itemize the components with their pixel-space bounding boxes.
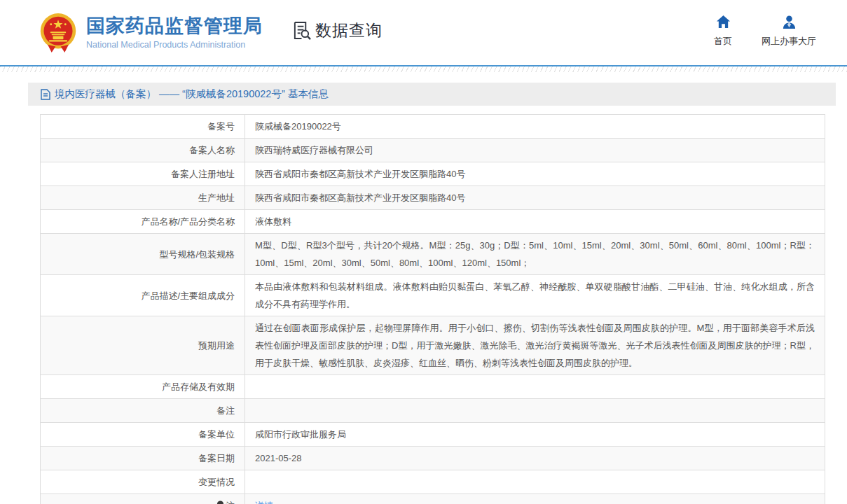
row-label: 产品名称/产品分类名称 xyxy=(41,210,245,234)
row-label: 备案日期 xyxy=(41,447,245,470)
device-info-table: 备案号陕咸械备20190022号 备案人名称陕西瑞特威医疗器械有限公司 备案人注… xyxy=(40,114,825,504)
header-hatch-band xyxy=(0,66,847,72)
document-icon xyxy=(41,89,50,100)
row-value xyxy=(245,375,825,399)
row-label: 注 xyxy=(41,494,245,504)
row-value: 通过在创面表面形成保护层，起物理屏障作用。用于小创口、擦伤、切割伤等浅表性创面及… xyxy=(245,316,825,375)
table-row: 预期用途通过在创面表面形成保护层，起物理屏障作用。用于小创口、擦伤、切割伤等浅表… xyxy=(41,316,825,375)
org-name-en: National Medical Products Administration xyxy=(86,40,263,50)
row-label: 产品描述/主要组成成分 xyxy=(41,275,245,316)
nav-home-label: 首页 xyxy=(714,35,732,48)
row-value: 陕咸械备20190022号 xyxy=(245,115,825,139)
user-icon xyxy=(782,15,797,29)
row-value: 本品由液体敷料和包装材料组成。液体敷料由贻贝黏蛋白、苯氧乙醇、神经酰胺、单双硬脂… xyxy=(245,275,825,316)
row-label: 产品存储及有效期 xyxy=(41,375,245,399)
table-row: 备案人名称陕西瑞特威医疗器械有限公司 xyxy=(41,139,825,162)
nav-service-hall-label: 网上办事大厅 xyxy=(762,35,816,48)
table-row: 生产地址陕西省咸阳市秦都区高新技术产业开发区胭脂路40号 xyxy=(41,186,825,210)
row-label: 备注 xyxy=(41,399,245,423)
table-row: 备注 xyxy=(41,399,825,423)
row-value: 咸阳市行政审批服务局 xyxy=(245,423,825,447)
row-value xyxy=(245,399,825,423)
content-container: 境内医疗器械（备案） —— “陕咸械备20190022号” 基本信息 备案号陕咸… xyxy=(28,83,836,504)
row-label: 备案人名称 xyxy=(41,139,245,162)
row-value: 陕西省咸阳市秦都区高新技术产业开发区胭脂路40号 xyxy=(245,162,825,186)
row-value: 详情 xyxy=(245,494,825,504)
table-row: 备案号陕咸械备20190022号 xyxy=(41,115,825,139)
nav-home[interactable]: 首页 xyxy=(714,15,732,48)
row-label: 备案单位 xyxy=(41,423,245,447)
row-label: 备案人注册地址 xyxy=(41,162,245,186)
note-label: 注 xyxy=(226,500,235,504)
org-name-cn: 国家药品监督管理局 xyxy=(86,15,263,37)
info-table-wrap: 备案号陕咸械备20190022号 备案人名称陕西瑞特威医疗器械有限公司 备案人注… xyxy=(28,106,836,504)
table-row: 备案人注册地址陕西省咸阳市秦都区高新技术产业开发区胭脂路40号 xyxy=(41,162,825,186)
result-title-bar: 境内医疗器械（备案） —— “陕咸械备20190022号” 基本信息 xyxy=(28,83,836,106)
row-label: 变更情况 xyxy=(41,470,245,494)
data-query-label: 数据查询 xyxy=(315,20,383,41)
row-label: 型号规格/包装规格 xyxy=(41,234,245,275)
table-row: 备案单位咸阳市行政审批服务局 xyxy=(41,423,825,447)
home-icon xyxy=(716,15,731,29)
header-nav: 首页 网上办事大厅 xyxy=(714,15,816,48)
site-header: 国家药品监督管理局 National Medical Products Admi… xyxy=(0,0,847,65)
table-row: 产品存储及有效期 xyxy=(41,375,825,399)
row-label: 备案号 xyxy=(41,115,245,139)
national-emblem-icon xyxy=(39,12,78,54)
table-row: 产品描述/主要组成成分本品由液体敷料和包装材料组成。液体敷料由贻贝黏蛋白、苯氧乙… xyxy=(41,275,825,316)
row-value xyxy=(245,470,825,494)
row-value: 陕西瑞特威医疗器械有限公司 xyxy=(245,139,825,162)
row-value: 陕西省咸阳市秦都区高新技术产业开发区胭脂路40号 xyxy=(245,186,825,210)
pin-icon xyxy=(216,500,224,504)
table-row: 变更情况 xyxy=(41,470,825,494)
nav-service-hall[interactable]: 网上办事大厅 xyxy=(762,15,816,48)
page-title: 境内医疗器械（备案） —— “陕咸械备20190022号” 基本信息 xyxy=(55,88,329,101)
row-value: 2021-05-28 xyxy=(245,447,825,470)
data-query-link[interactable]: 数据查询 xyxy=(292,20,383,41)
brand-text: 国家药品监督管理局 National Medical Products Admi… xyxy=(86,15,263,49)
table-row: 备案日期2021-05-28 xyxy=(41,447,825,470)
table-row: 型号规格/包装规格M型、D型、R型3个型号，共计20个规格。M型：25g、30g… xyxy=(41,234,825,275)
row-value: 液体敷料 xyxy=(245,210,825,234)
row-label: 生产地址 xyxy=(41,186,245,210)
data-query-icon xyxy=(292,21,311,40)
row-value: M型、D型、R型3个型号，共计20个规格。M型：25g、30g；D型：5ml、1… xyxy=(245,234,825,275)
table-row: 注 详情 xyxy=(41,494,825,504)
row-label: 预期用途 xyxy=(41,316,245,375)
nmpa-logo-link[interactable]: 国家药品监督管理局 National Medical Products Admi… xyxy=(39,12,263,54)
detail-link[interactable]: 详情 xyxy=(255,500,273,504)
table-row: 产品名称/产品分类名称液体敷料 xyxy=(41,210,825,234)
